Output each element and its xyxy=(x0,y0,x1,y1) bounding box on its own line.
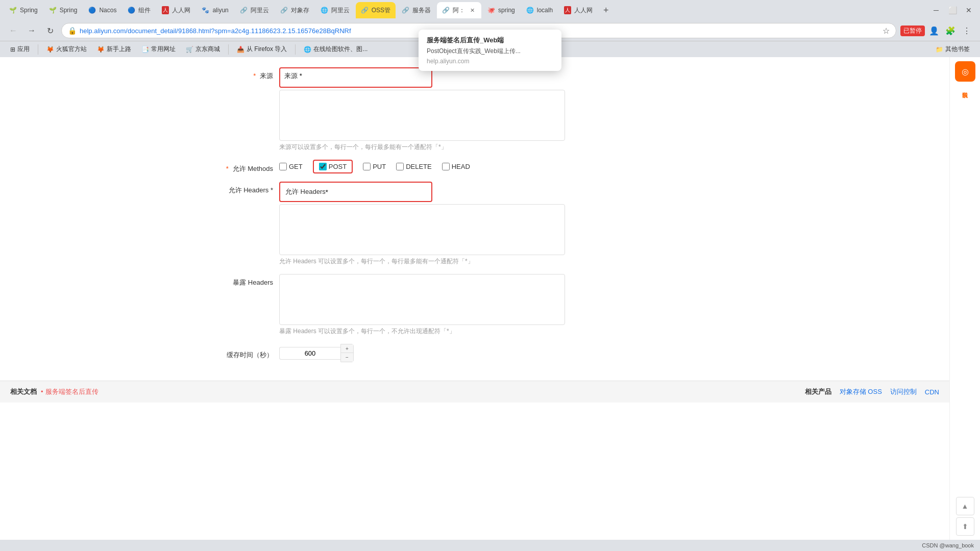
method-get[interactable]: GET xyxy=(279,163,303,170)
tab-favicon-ali2: 🔗 xyxy=(240,7,248,14)
tab-label-rr2: 人人网 xyxy=(574,6,593,15)
product-cdn[interactable]: CDN xyxy=(925,388,939,396)
tab-label-gh: spring xyxy=(498,7,515,14)
bookmark-separator-1 xyxy=(38,44,38,55)
expose-headers-textarea[interactable] xyxy=(279,274,565,325)
back-button[interactable]: ← xyxy=(6,23,20,38)
new-tab-button[interactable]: + xyxy=(599,3,613,17)
product-oss[interactable]: 对象存储 OSS xyxy=(840,387,882,396)
method-get-label: GET xyxy=(289,163,303,170)
tab-nacos[interactable]: 🔵 Nacos xyxy=(83,2,121,18)
other-bookmarks[interactable]: 📁 其他书签 xyxy=(932,44,974,55)
method-delete[interactable]: DELETE xyxy=(396,163,432,170)
status-text: CSDN @wang_book xyxy=(922,542,974,548)
tab-renren1[interactable]: 人 人人网 xyxy=(157,2,195,18)
tab-github[interactable]: 🐙 spring xyxy=(482,2,520,18)
bookmark-newbie[interactable]: 🦊 新手上路 xyxy=(93,44,135,55)
contact-icon-btn[interactable]: ◎ xyxy=(955,61,975,82)
bookmark-common-sites[interactable]: 📑 常用网址 xyxy=(137,44,180,55)
firefox-import-icon: 📥 xyxy=(237,46,244,53)
method-head-checkbox[interactable] xyxy=(442,163,450,170)
expose-headers-control-wrap: 暴露 Headers 可以设置多个，每行一个，不允许出现通配符「*」 xyxy=(279,274,758,336)
pause-button[interactable]: 已暂停 xyxy=(900,26,925,36)
folder-icon: 📁 xyxy=(936,46,943,53)
tab-close-active[interactable]: ✕ xyxy=(468,6,476,14)
extensions-icon[interactable]: 🧩 xyxy=(943,23,958,38)
headers-input-box[interactable]: 允许 Headers * xyxy=(279,182,432,202)
common-sites-icon: 📑 xyxy=(141,46,149,53)
tab-label-ali2: 阿里云 xyxy=(251,6,269,15)
cache-control-wrap: + − xyxy=(279,344,758,362)
cache-decrement-button[interactable]: − xyxy=(341,353,353,362)
tab-oss-object[interactable]: 🔗 对象存 xyxy=(275,2,314,18)
toolbar-actions: 已暂停 👤 🧩 ⋮ xyxy=(900,23,974,38)
related-docs: 相关文档 服务端签名后直传 xyxy=(10,387,99,396)
tab-label-lh: localh xyxy=(537,7,553,14)
bookmark-star-icon[interactable]: ☆ xyxy=(883,26,890,36)
tab-server[interactable]: 🔗 服务器 xyxy=(397,2,436,18)
related-docs-label: 相关文档 xyxy=(10,387,37,396)
source-asterisk: * xyxy=(300,72,302,80)
methods-label: * 允许 Methods xyxy=(191,160,273,173)
allow-headers-asterisk: * xyxy=(271,186,273,194)
source-required-mark: * xyxy=(253,72,256,80)
scroll-top-button[interactable]: ⬆ xyxy=(956,517,974,536)
minimize-button[interactable]: ─ xyxy=(929,3,943,17)
tab-localhost[interactable]: 🌐 localh xyxy=(521,2,558,18)
bookmark-jd[interactable]: 🛒 京东商城 xyxy=(182,44,224,55)
bookmark-drawio[interactable]: 🌐 在线绘图软件、图... xyxy=(300,44,372,55)
forward-button[interactable]: → xyxy=(24,23,39,38)
method-post[interactable]: POST xyxy=(319,163,347,170)
tab-renren2[interactable]: 人 人人网 xyxy=(559,2,598,18)
close-button[interactable]: ✕ xyxy=(962,3,976,17)
bookmark-firefox-import[interactable]: 📥 从 Firefox 导入 xyxy=(233,44,291,55)
methods-form-row: * 允许 Methods GET POST xyxy=(191,160,758,173)
allow-headers-label-text: 允许 Headers xyxy=(229,186,269,194)
cache-input[interactable] xyxy=(279,347,340,360)
source-textarea[interactable] xyxy=(279,90,565,141)
source-form-row: * 来源 来源 * 来源可以设置多个，每行一个，每行最多能有一个通配符「*」 xyxy=(191,67,758,152)
tab-favicon-ali3: 🌐 xyxy=(321,7,328,14)
headers-form-row: 允许 Headers * 允许 Headers * 允许 Headers 可以设… xyxy=(191,182,758,266)
tab-aliyun2[interactable]: 🔗 阿里云 xyxy=(235,2,274,18)
tab-spring-2[interactable]: 🌱 Spring xyxy=(44,2,83,18)
method-delete-checkbox[interactable] xyxy=(396,163,404,170)
tab-favicon-gh: 🐙 xyxy=(487,7,495,14)
maximize-button[interactable]: ⬜ xyxy=(945,3,960,17)
method-put-checkbox[interactable] xyxy=(363,163,371,170)
scroll-up-button[interactable]: ▲ xyxy=(956,497,974,515)
reload-button[interactable]: ↻ xyxy=(43,23,57,38)
method-put[interactable]: PUT xyxy=(363,163,386,170)
cache-increment-button[interactable]: + xyxy=(341,344,353,353)
title-bar: 🌱 Spring 🌱 Spring 🔵 Nacos 🔵 组件 人 人人网 🐾 a… xyxy=(0,0,980,20)
tab-oss-mgr[interactable]: 🔗 OSS管 xyxy=(356,2,396,18)
method-post-highlighted: POST xyxy=(313,160,353,173)
headers-textarea[interactable] xyxy=(279,204,565,255)
cache-stepper: + − xyxy=(340,344,354,362)
bookmark-apps[interactable]: ⊞ 应用 xyxy=(6,44,34,55)
bookmark-newbie-label: 新手上路 xyxy=(107,45,131,54)
tab-active[interactable]: 🔗 阿： ✕ xyxy=(437,2,481,18)
tab-aliyun3[interactable]: 🌐 阿里云 xyxy=(315,2,355,18)
source-label-text: 来源 xyxy=(260,72,273,80)
status-bar: CSDN @wang_book xyxy=(0,540,980,551)
expose-headers-form-row: 暴露 Headers 暴露 Headers 可以设置多个，每行一个，不允许出现通… xyxy=(191,274,758,336)
menu-icon[interactable]: ⋮ xyxy=(960,23,974,38)
tab-favicon-ali1: 🐾 xyxy=(202,7,209,14)
tab-component[interactable]: 🔵 组件 xyxy=(122,2,156,18)
tab-spring-1[interactable]: 🌱 Spring xyxy=(4,2,43,18)
account-icon[interactable]: 👤 xyxy=(927,23,941,38)
dropdown-title: 服务端签名后直传_Web端 xyxy=(427,36,553,45)
method-head[interactable]: HEAD xyxy=(442,163,470,170)
product-access-control[interactable]: 访问控制 xyxy=(890,387,917,396)
bookmark-firefox-official[interactable]: 🦊 火狐官方站 xyxy=(42,44,91,55)
method-post-checkbox[interactable] xyxy=(319,163,327,170)
bookmark-firefox-label: 火狐官方站 xyxy=(56,45,87,54)
cache-label-text: 缓存时间（秒） xyxy=(227,351,273,359)
source-input-box[interactable]: 来源 * xyxy=(279,67,432,88)
related-doc-link[interactable]: 服务端签名后直传 xyxy=(41,387,99,396)
method-get-checkbox[interactable] xyxy=(279,163,287,170)
scroll-controls: ▲ ⬆ xyxy=(956,497,974,536)
tab-aliyun1[interactable]: 🐾 aliyun xyxy=(197,2,233,18)
tab-favicon-rr2: 人 xyxy=(564,6,571,14)
